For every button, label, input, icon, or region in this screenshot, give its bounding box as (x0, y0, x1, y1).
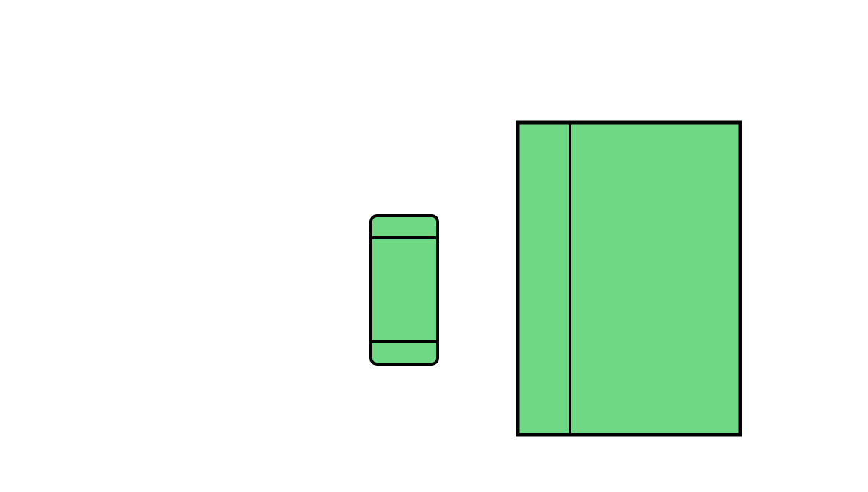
hash-function-box (371, 216, 438, 364)
hash-table-diagram (0, 0, 868, 492)
storage-table (518, 123, 740, 435)
svg-rect-3 (518, 123, 740, 435)
